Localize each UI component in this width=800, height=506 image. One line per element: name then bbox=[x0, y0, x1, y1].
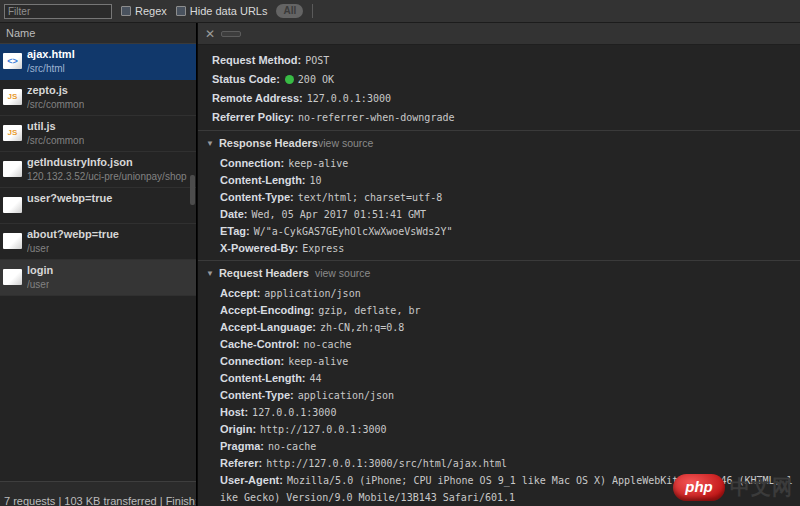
request-name: getIndustryInfo.json bbox=[27, 156, 133, 168]
request-row[interactable]: user?webp=true bbox=[0, 188, 196, 224]
header-name: Accept: bbox=[220, 287, 260, 299]
header-row: Connection:keep-alive bbox=[198, 154, 800, 171]
js-file-icon: JS bbox=[3, 89, 22, 105]
header-row: Content-Type:application/json bbox=[198, 386, 800, 403]
general-row: Request Method:POST bbox=[198, 50, 800, 69]
name-column-header[interactable]: Name bbox=[0, 23, 196, 44]
request-row[interactable]: getIndustryInfo.json 120.132.3.52/uci-pr… bbox=[0, 152, 196, 188]
header-value: Express bbox=[302, 243, 344, 254]
header-row: Accept-Encoding:gzip, deflate, br bbox=[198, 301, 800, 318]
header-value: 127.0.0.1:3000 bbox=[307, 93, 391, 104]
detail-tab[interactable] bbox=[261, 31, 281, 37]
detail-tab[interactable] bbox=[241, 31, 261, 37]
header-name: Accept-Language: bbox=[220, 321, 316, 333]
header-row: X-Powered-By:Express bbox=[198, 239, 800, 256]
section-title: Request Headers bbox=[219, 266, 315, 280]
view-source-link[interactable]: view source bbox=[315, 267, 370, 279]
detail-tab[interactable] bbox=[281, 31, 301, 37]
request-path: /src/common bbox=[27, 135, 84, 146]
request-row[interactable]: about?webp=true /user bbox=[0, 224, 196, 260]
filter-input[interactable] bbox=[4, 4, 112, 19]
header-value: application/json bbox=[298, 390, 394, 401]
header-value: gzip, deflate, br bbox=[318, 305, 420, 316]
network-summary-text: 7 requests | 103 KB transferred | Finish… bbox=[4, 495, 196, 506]
header-value: keep-alive bbox=[288, 158, 348, 169]
request-row[interactable]: JS util.js /src/common bbox=[0, 116, 196, 152]
request-name: ajax.html bbox=[27, 48, 75, 60]
header-value: no-cache bbox=[303, 339, 351, 350]
header-row: Cache-Control:no-cache bbox=[198, 335, 800, 352]
header-name: Content-Length: bbox=[220, 372, 306, 384]
general-row: Referrer Policy:no-referrer-when-downgra… bbox=[198, 107, 800, 126]
regex-option: Regex bbox=[121, 5, 167, 17]
header-name: Host: bbox=[220, 406, 248, 418]
header-value: no-referrer-when-downgrade bbox=[298, 112, 455, 123]
detail-tabs bbox=[221, 31, 301, 37]
html-file-icon: <> bbox=[3, 53, 22, 69]
header-name: X-Powered-By: bbox=[220, 242, 298, 254]
sidebar-scrollbar-thumb[interactable] bbox=[190, 175, 195, 205]
header-row: Host:127.0.0.1:3000 bbox=[198, 403, 800, 420]
triangle-down-icon[interactable]: ▼ bbox=[206, 137, 214, 151]
headers-content: Request Method:POST Status Code:200 OK R… bbox=[198, 45, 800, 506]
header-value: application/json bbox=[264, 288, 360, 299]
network-filter-toolbar: Regex Hide data URLs All bbox=[0, 0, 800, 23]
header-value: zh-CN,zh;q=0.8 bbox=[320, 322, 404, 333]
network-summary-bar: 7 requests | 103 KB transferred | Finish… bbox=[0, 481, 196, 506]
section-title: Response Headers bbox=[219, 136, 318, 150]
request-row[interactable]: login /user bbox=[0, 260, 196, 296]
header-name: User-Agent: bbox=[220, 474, 283, 486]
request-name: zepto.js bbox=[27, 84, 68, 96]
header-row: Content-Length:10 bbox=[198, 171, 800, 188]
detail-tabbar: ✕ bbox=[198, 23, 800, 45]
header-value: http://127.0.0.1:3000 bbox=[260, 424, 386, 435]
request-detail-panel: ✕ Request Method:POST Status Code:200 OK… bbox=[197, 23, 800, 506]
header-row: Origin:http://127.0.0.1:3000 bbox=[198, 420, 800, 437]
header-value: 10 bbox=[310, 175, 322, 186]
request-row[interactable]: JS zepto.js /src/common bbox=[0, 80, 196, 116]
request-row[interactable]: <> ajax.html /src/html bbox=[0, 44, 196, 80]
header-row: Content-Type:text/html; charset=utf-8 bbox=[198, 188, 800, 205]
header-value: no-cache bbox=[268, 441, 316, 452]
php-logo-icon: php bbox=[673, 474, 725, 501]
request-path: /src/common bbox=[27, 99, 84, 110]
header-row: Date:Wed, 05 Apr 2017 01:51:41 GMT bbox=[198, 205, 800, 222]
request-path: /user bbox=[27, 279, 49, 290]
request-path: /user bbox=[27, 243, 49, 254]
header-name: Connection: bbox=[220, 355, 284, 367]
hide-data-urls-checkbox[interactable] bbox=[176, 6, 186, 16]
header-name: Date: bbox=[220, 208, 248, 220]
header-value: W/"a-CykGAS7GEyhOlcXwXwoeVsWds2Y" bbox=[254, 226, 453, 237]
header-row: Pragma:no-cache bbox=[198, 437, 800, 454]
triangle-down-icon[interactable]: ▼ bbox=[206, 267, 214, 281]
watermark-text: 中文网 bbox=[730, 474, 793, 501]
header-value: Wed, 05 Apr 2017 01:51:41 GMT bbox=[252, 209, 427, 220]
header-name: Status Code: bbox=[212, 73, 280, 85]
regex-checkbox[interactable] bbox=[121, 6, 131, 16]
detail-tab[interactable] bbox=[221, 31, 241, 37]
header-value: POST bbox=[305, 55, 329, 66]
status-dot-icon bbox=[285, 75, 294, 84]
view-source-link[interactable]: view source bbox=[318, 137, 373, 149]
request-headers-section-header[interactable]: ▼Request Headersview source bbox=[198, 261, 800, 283]
request-list-panel: Name <> ajax.html /src/html JS zepto.js … bbox=[0, 23, 197, 506]
header-name: Connection: bbox=[220, 157, 284, 169]
close-icon[interactable]: ✕ bbox=[198, 23, 221, 45]
header-row: Connection:keep-alive bbox=[198, 352, 800, 369]
hide-data-urls-option: Hide data URLs bbox=[176, 5, 268, 17]
js-file-icon: JS bbox=[3, 125, 22, 141]
header-name: Remote Address: bbox=[212, 92, 303, 104]
header-value: 200 OK bbox=[298, 74, 334, 85]
request-list: <> ajax.html /src/html JS zepto.js /src/… bbox=[0, 44, 196, 296]
header-name: Referer: bbox=[220, 457, 262, 469]
header-name: Content-Type: bbox=[220, 389, 294, 401]
response-headers-list: Connection:keep-alive Content-Length:10 … bbox=[198, 153, 800, 261]
header-value: 127.0.0.1:3000 bbox=[252, 407, 336, 418]
filter-all-button[interactable]: All bbox=[276, 4, 303, 18]
header-name: Origin: bbox=[220, 423, 256, 435]
request-path: 120.132.3.52/uci-pre/unionpay/shop bbox=[27, 171, 187, 182]
request-path: /src/html bbox=[27, 63, 65, 74]
response-headers-section-header[interactable]: ▼Response Headersview source bbox=[198, 131, 800, 153]
header-name: Content-Type: bbox=[220, 191, 294, 203]
request-name: util.js bbox=[27, 120, 56, 132]
